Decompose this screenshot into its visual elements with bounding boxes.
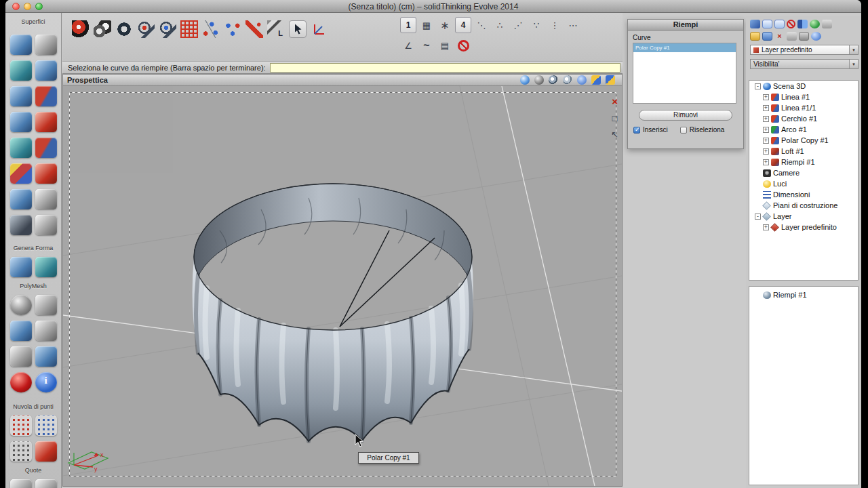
expand-icon[interactable] xyxy=(763,138,769,144)
genera-forma-tool-icon[interactable] xyxy=(10,257,32,277)
orient-icon[interactable] xyxy=(611,130,618,139)
misc-icon[interactable] xyxy=(822,20,832,28)
chevron-down-icon[interactable] xyxy=(849,45,858,54)
folder-blue-icon[interactable] xyxy=(762,32,772,41)
surface-tool-icon[interactable] xyxy=(10,60,32,81)
chevron-down-icon[interactable] xyxy=(849,60,858,68)
paint-mode-icon[interactable] xyxy=(591,75,601,85)
delete-icon[interactable] xyxy=(612,97,618,106)
surface-tool-icon[interactable] xyxy=(10,163,32,184)
surface-tool-icon[interactable] xyxy=(35,60,57,81)
layer-dropdown[interactable]: Layer predefinito xyxy=(750,45,859,55)
polymesh-tool-icon[interactable] xyxy=(10,321,32,341)
shading-sphere-icon[interactable] xyxy=(72,20,90,38)
tree-item-scena-3d[interactable]: Scena 3D xyxy=(749,81,858,92)
polymesh-tool-icon[interactable] xyxy=(10,295,32,315)
zoom-blue-icon[interactable] xyxy=(159,20,176,38)
shading-spheres-icon[interactable] xyxy=(94,20,111,38)
selection-list-item[interactable]: Riempi #1 xyxy=(749,289,858,300)
select-arrow-icon[interactable] xyxy=(289,20,307,38)
red-grid-icon[interactable] xyxy=(180,20,198,38)
surface-tool-icon[interactable] xyxy=(10,35,32,55)
shaded-view-icon[interactable] xyxy=(534,75,544,85)
curve-list-item-selected[interactable]: Polar Copy #1 xyxy=(633,43,736,52)
point-cloud-tool-icon[interactable] xyxy=(10,441,32,462)
tree-item-layer[interactable]: Layer xyxy=(749,211,858,222)
lock-icon[interactable] xyxy=(799,32,809,41)
viewport-canvas[interactable]: x y Polar Copy #1 xyxy=(63,86,622,486)
surface-tool-icon[interactable] xyxy=(10,215,32,235)
point-cloud-tool-icon[interactable] xyxy=(10,415,32,436)
crown-back-wall[interactable] xyxy=(194,184,472,294)
tree-item-linea-1[interactable]: Linea #1 xyxy=(749,92,858,102)
snap-4-icon[interactable]: 4 xyxy=(455,17,471,33)
prompt-input[interactable] xyxy=(270,63,620,73)
green-ball-icon[interactable] xyxy=(810,20,820,28)
expand-icon[interactable] xyxy=(763,127,769,133)
3d-scene[interactable]: x y xyxy=(63,86,622,486)
vertical-snap-icon[interactable] xyxy=(547,17,563,33)
intersection-snap-icon[interactable] xyxy=(510,17,526,33)
disable-snap-icon[interactable] xyxy=(455,37,471,54)
zoom-out-icon[interactable] xyxy=(563,75,572,85)
point-cloud-tool-icon[interactable] xyxy=(35,415,57,436)
midpoint-snap-icon[interactable] xyxy=(492,17,508,33)
expand-icon[interactable] xyxy=(763,148,769,155)
surface-tool-icon[interactable] xyxy=(35,189,57,209)
riseleziona-checkbox[interactable] xyxy=(680,127,687,134)
folder-icon[interactable] xyxy=(750,32,760,41)
visibility-dropdown[interactable]: Visibilita' xyxy=(750,59,859,69)
new-object-icon[interactable] xyxy=(750,20,760,28)
tree-item-arco-1[interactable]: Arco #1 xyxy=(749,124,858,135)
shading-dark-sphere-icon[interactable] xyxy=(115,20,133,38)
center-snap-icon[interactable] xyxy=(528,17,545,33)
surface-tool-icon[interactable] xyxy=(10,189,32,209)
viewport-header[interactable]: Prospettica xyxy=(63,75,622,86)
collapse-icon[interactable] xyxy=(755,83,761,89)
pen-l-icon[interactable] xyxy=(267,20,285,38)
remove-button[interactable]: Rimuovi xyxy=(639,110,732,121)
tree-item-polar-copy-1[interactable]: Polar Copy #1 xyxy=(749,135,858,146)
axes-figure-icon[interactable] xyxy=(311,20,328,38)
tree-item-camere[interactable]: Camere xyxy=(749,167,858,178)
quote-tool-icon[interactable] xyxy=(10,479,32,488)
expand-icon[interactable] xyxy=(763,224,769,230)
tree-item-cerchio-1[interactable]: Cerchio #1 xyxy=(749,113,858,124)
plane-snap-icon[interactable] xyxy=(437,37,453,54)
polymesh-tool-icon[interactable] xyxy=(35,295,57,315)
tree-item-dimensioni[interactable]: Dimensioni xyxy=(749,189,858,200)
surface-tool-icon[interactable] xyxy=(35,86,57,106)
tree-item-layer-predefinito[interactable]: Layer predefinito xyxy=(749,222,858,232)
paint-mode-alt-icon[interactable] xyxy=(606,75,615,85)
point-cloud-tool-icon[interactable] xyxy=(35,441,57,462)
collapse-icon[interactable] xyxy=(755,214,761,220)
surface-tool-icon[interactable] xyxy=(10,86,32,106)
curve-snap-icon[interactable] xyxy=(418,37,435,54)
page-icon[interactable] xyxy=(762,20,772,28)
tree-item-piani-di-costruzione[interactable]: Piani di costruzione xyxy=(749,200,858,211)
surface-tool-icon[interactable] xyxy=(35,35,57,55)
book-icon[interactable] xyxy=(797,20,808,28)
snap-points-icon[interactable] xyxy=(202,20,220,38)
surface-tool-icon[interactable] xyxy=(35,138,57,158)
polymesh-tool-icon[interactable] xyxy=(35,346,57,367)
surface-tool-icon[interactable] xyxy=(35,163,57,184)
eye-icon[interactable] xyxy=(787,32,797,41)
endpoint-snap-icon[interactable] xyxy=(473,17,490,33)
snap-1-icon[interactable]: 1 xyxy=(400,17,416,33)
polymesh-tool-icon[interactable] xyxy=(10,372,32,392)
radius-construction-lines[interactable] xyxy=(340,230,435,327)
polymesh-tool-icon[interactable] xyxy=(35,321,57,341)
surface-tool-icon[interactable] xyxy=(10,138,32,158)
genera-forma-tool-icon[interactable] xyxy=(35,257,57,277)
render-view-icon[interactable] xyxy=(577,75,587,85)
blue-dot-icon[interactable] xyxy=(811,32,821,41)
tree-item-loft-1[interactable]: Loft #1 xyxy=(749,146,858,157)
brush-red-icon[interactable] xyxy=(245,20,263,38)
surface-tool-icon[interactable] xyxy=(35,215,57,235)
snap-nodes-icon[interactable] xyxy=(224,20,241,38)
globe-view-icon[interactable] xyxy=(520,75,530,85)
polymesh-tool-icon[interactable] xyxy=(10,346,32,367)
scene-tree[interactable]: Scena 3D Linea #1 Linea #1/1 Cerchio #1 … xyxy=(749,80,859,281)
expand-icon[interactable] xyxy=(763,116,769,122)
